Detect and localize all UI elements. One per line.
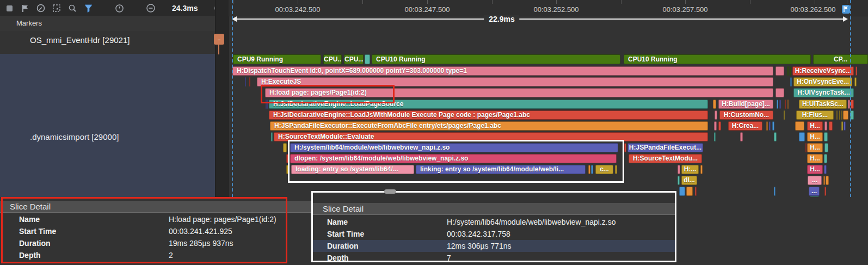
detail-row-label: Duration [327,241,359,252]
flame-slice[interactable] [774,132,777,141]
highlight-box-load-page [261,85,395,103]
flame-slice[interactable] [795,121,804,131]
cpu-slice[interactable]: CPU10 Running [372,54,620,64]
flame-slice[interactable] [854,77,857,87]
flame-slice[interactable] [777,100,778,109]
cpu-slice[interactable] [365,54,370,64]
flame-slice[interactable]: dl... [681,176,697,185]
flame-slice[interactable] [841,110,842,120]
flame-slice[interactable] [824,154,827,163]
cpu-slice[interactable]: CPU... [323,54,342,64]
flame-slice[interactable]: H:Flus... [796,110,834,120]
flame-slice[interactable] [740,132,743,141]
flame-slice[interactable] [855,66,857,76]
flame-slice[interactable]: H:Crea... [728,121,762,131]
flame-slice[interactable] [844,121,846,131]
selection-guide-left[interactable] [232,0,233,197]
flame-slice[interactable]: H:UIVsyncTask... [793,88,854,97]
flame-slice[interactable] [271,132,273,141]
flame-slice[interactable] [790,77,792,87]
flame-slice[interactable] [245,77,246,87]
flame-slice[interactable] [790,66,791,76]
flame-slice[interactable] [787,66,789,76]
flame-slice[interactable] [774,187,775,196]
flame-slice[interactable]: H... [807,143,823,152]
detail-row-label: Start Time [327,229,364,240]
flame-slice[interactable] [836,110,838,120]
flame-slice[interactable] [805,143,807,152]
flame-slice[interactable] [718,121,721,131]
flame-slice[interactable] [824,165,827,174]
cpu-slice[interactable]: CP... [813,54,868,64]
detail-row[interactable]: Start Time00:03.242.317.758 [313,229,675,240]
flame-slice[interactable]: ... [809,187,820,196]
detail-row-value: 00:03.242.317.758 [447,229,510,240]
flame-slice[interactable] [769,121,771,131]
flame-slice[interactable]: H:UITaskSc... [799,100,847,109]
flame-slice[interactable] [823,176,825,185]
flame-slice[interactable] [843,110,848,120]
cpu-slice[interactable]: CPU10 Running [624,54,811,64]
detail-row[interactable]: Duration12ms 306µs 771ns [313,241,675,252]
flame-slice[interactable]: ... [808,176,822,185]
flame-slice[interactable]: H... [807,132,823,141]
highlight-box-libwebview [288,140,624,183]
flame-slice[interactable] [695,187,697,196]
trace-viewer-window: 24.3ms Markers OS_mmi_EventHdr [29021] .… [0,0,868,265]
flame-slice[interactable] [787,100,789,109]
flame-slice[interactable]: H:... [681,165,699,174]
flame-slice[interactable]: H:JSPandaFileExecut... [627,143,703,152]
flame-slice[interactable] [775,66,784,76]
flame-slice[interactable] [824,143,828,152]
flame-slice[interactable] [686,187,693,196]
flame-slice[interactable]: H:JsiDeclarativeEngine::LoadJsWithModule… [269,110,708,120]
flame-slice[interactable] [772,121,774,131]
detail-row[interactable]: NameH:/system/lib64/module/web/libwebvie… [313,217,675,228]
detail-row-label: Name [327,217,348,228]
flame-slice[interactable] [679,187,685,196]
flame-slice[interactable] [714,132,716,141]
flame-slice[interactable] [678,165,680,174]
flame-slice[interactable] [829,121,833,131]
flame-slice[interactable]: H... [807,154,823,163]
flame-slice[interactable]: H:OnVsyncEve... [793,77,852,87]
flame-slice[interactable] [283,143,287,152]
flame-slice[interactable] [624,143,626,152]
cpu-slice[interactable]: CPU... [344,54,364,64]
flame-slice[interactable] [785,100,786,109]
flame-slice[interactable]: H:DispatchTouchEvent id:0, pointX=689.00… [232,66,773,76]
selection-guide-right[interactable] [850,0,851,197]
flame-slice[interactable]: H:ReceiveVsync... [792,66,854,76]
flame-slice[interactable]: H:Build[page]... [718,100,773,109]
flame-slice[interactable] [775,88,784,97]
flame-slice[interactable]: H:JSPandaFileExecutor::ExecuteFromAbcFil… [270,121,708,131]
cpu-slice[interactable]: CPU9 Running [233,54,321,64]
slice-detail-panel-right: Slice Detail NameH:/system/lib64/module/… [311,191,676,262]
flame-slice[interactable]: H:CustomNo... [719,110,773,120]
flame-slice[interactable] [249,77,250,87]
resize-handle[interactable] [384,189,396,194]
flame-slice[interactable] [714,121,717,131]
flame-slice[interactable] [700,165,703,174]
flame-slice[interactable] [824,187,826,196]
detail-row-value: 7 [447,252,451,264]
detail-row[interactable]: Depth7 [313,252,675,264]
flame-slice[interactable] [824,121,827,131]
flame-slice[interactable] [713,100,716,109]
flame-slice[interactable]: H... [807,165,823,174]
flame-slice[interactable] [839,110,840,120]
flame-slice[interactable] [784,110,785,120]
slice-detail-title-right: Slice Detail [323,203,364,214]
flame-slice[interactable] [824,132,828,141]
flame-slice[interactable] [779,100,781,109]
flame-slice[interactable] [841,121,843,131]
flame-slice[interactable]: H... [807,121,823,131]
bookmark-flag-icon[interactable] [842,5,850,14]
flame-slice[interactable] [826,176,829,185]
flame-slice[interactable] [799,132,805,141]
flame-slice[interactable] [715,110,717,120]
flame-slice[interactable]: H:SourceTextModu... [629,154,702,163]
flame-slice[interactable] [678,176,680,185]
detail-row-value: H:/system/lib64/module/web/libwebview_na… [447,217,615,228]
flame-slice[interactable] [766,121,768,131]
